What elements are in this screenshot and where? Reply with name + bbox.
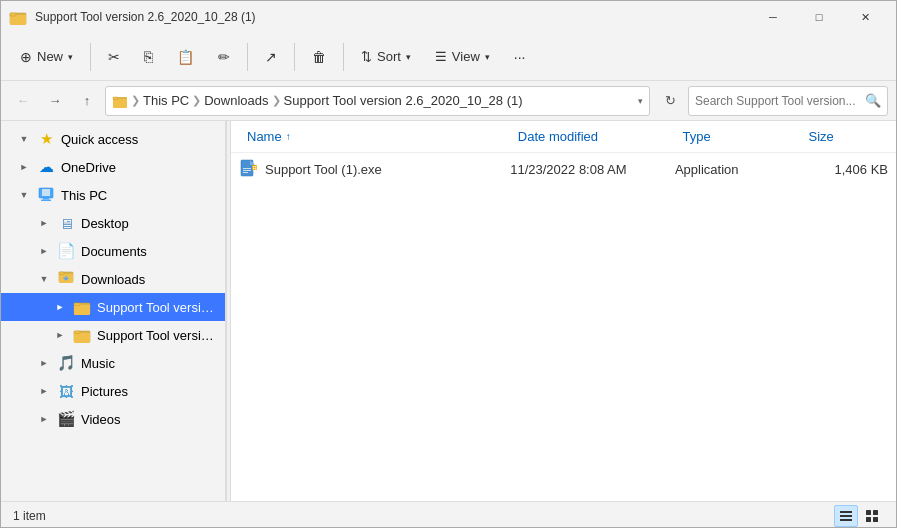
sidebar-item-st-folder-1[interactable]: ► Support Tool version 2.6_202 — [1, 293, 225, 321]
breadcrumb-arrow-2: ❯ — [192, 94, 201, 107]
view-toggle — [834, 505, 884, 527]
addressbar: ← → ↑ ❯ This PC ❯ Downloads ❯ Support To… — [1, 81, 896, 121]
sidebar-item-onedrive[interactable]: ► ☁ OneDrive — [1, 153, 225, 181]
expand-arrow-downloads: ▼ — [37, 274, 51, 284]
toolbar: ⊕ New ▾ ✂ ⎘ 📋 ✏ ↗ 🗑 ⇅ Sort ▾ ☰ View ▾ ··… — [1, 33, 896, 81]
paste-button[interactable]: 📋 — [166, 39, 205, 75]
svg-rect-22 — [253, 168, 255, 170]
file-name-cell: Support Tool (1).exe — [239, 159, 510, 179]
content-body: Support Tool (1).exe 11/23/2022 8:08 AM … — [231, 153, 896, 501]
sort-button[interactable]: ⇅ Sort ▾ — [350, 39, 422, 75]
sidebar-label-pictures: Pictures — [81, 384, 128, 399]
sidebar-label-desktop: Desktop — [81, 216, 129, 231]
more-button[interactable]: ··· — [503, 39, 537, 75]
svg-rect-6 — [42, 189, 50, 196]
up-button[interactable]: ↑ — [73, 87, 101, 115]
statusbar: 1 item — [1, 501, 896, 528]
svg-rect-27 — [866, 510, 871, 515]
column-header-name[interactable]: Name ↑ — [239, 125, 510, 148]
st-folder-2-icon — [73, 326, 91, 344]
large-icons-view-icon — [865, 509, 879, 523]
forward-button[interactable]: → — [41, 87, 69, 115]
toolbar-separator-2 — [247, 43, 248, 71]
st-folder-1-icon — [73, 298, 91, 316]
column-header-date[interactable]: Date modified — [510, 125, 675, 148]
cut-button[interactable]: ✂ — [97, 39, 131, 75]
breadcrumb-current[interactable]: Support Tool version 2.6_2020_10_28 (1) — [284, 93, 523, 108]
svg-rect-25 — [840, 515, 852, 517]
new-label: New — [37, 49, 63, 64]
sidebar-item-this-pc[interactable]: ▼ This PC — [1, 181, 225, 209]
svg-rect-12 — [74, 303, 80, 306]
file-date-cell: 11/23/2022 8:08 AM — [510, 162, 675, 177]
breadcrumb-downloads[interactable]: Downloads — [204, 93, 268, 108]
table-row[interactable]: Support Tool (1).exe 11/23/2022 8:08 AM … — [231, 153, 896, 185]
column-header-type[interactable]: Type — [675, 125, 801, 148]
sidebar-item-music[interactable]: ► 🎵 Music — [1, 349, 225, 377]
videos-icon: 🎬 — [57, 410, 75, 428]
expand-arrow-pictures: ► — [37, 386, 51, 396]
column-name-label: Name — [247, 129, 282, 144]
sidebar-item-quick-access[interactable]: ▼ ★ Quick access — [1, 125, 225, 153]
desktop-icon: 🖥 — [57, 214, 75, 232]
quick-access-icon: ★ — [37, 130, 55, 148]
sidebar-item-downloads[interactable]: ▼ Downloads — [1, 265, 225, 293]
svg-rect-23 — [255, 168, 257, 170]
svg-rect-10 — [59, 272, 64, 275]
file-type-cell: Application — [675, 162, 801, 177]
svg-rect-8 — [41, 200, 51, 202]
sidebar-item-videos[interactable]: ► 🎬 Videos — [1, 405, 225, 433]
copy-button[interactable]: ⎘ — [133, 39, 164, 75]
sidebar-item-st-folder-2[interactable]: ► Support Tool version 2.6_202 — [1, 321, 225, 349]
svg-rect-28 — [873, 510, 878, 515]
titlebar-icon — [9, 8, 27, 26]
minimize-button[interactable]: ─ — [750, 1, 796, 33]
maximize-button[interactable]: □ — [796, 1, 842, 33]
delete-button[interactable]: 🗑 — [301, 39, 337, 75]
details-view-button[interactable] — [834, 505, 858, 527]
view-button[interactable]: ☰ View ▾ — [424, 39, 501, 75]
breadcrumb-arrow-1: ❯ — [131, 94, 140, 107]
new-button[interactable]: ⊕ New ▾ — [9, 39, 84, 75]
onedrive-icon: ☁ — [37, 158, 55, 176]
sort-arrow-name: ↑ — [286, 131, 291, 142]
svg-rect-30 — [873, 517, 878, 522]
downloads-icon — [57, 270, 75, 288]
sidebar-item-pictures[interactable]: ► 🖼 Pictures — [1, 377, 225, 405]
close-button[interactable]: ✕ — [842, 1, 888, 33]
sidebar-label-music: Music — [81, 356, 115, 371]
file-size-cell: 1,406 KB — [801, 162, 888, 177]
sort-arrow-icon: ▾ — [406, 52, 411, 62]
breadcrumb[interactable]: ❯ This PC ❯ Downloads ❯ Support Tool ver… — [105, 86, 650, 116]
sidebar-item-documents[interactable]: ► 📄 Documents — [1, 237, 225, 265]
expand-arrow-quick-access: ▼ — [17, 134, 31, 144]
svg-rect-14 — [74, 331, 80, 334]
column-header-size[interactable]: Size — [801, 125, 888, 148]
svg-rect-18 — [243, 172, 248, 173]
rename-button[interactable]: ✏ — [207, 39, 241, 75]
documents-icon: 📄 — [57, 242, 75, 260]
sidebar-label-st-folder-1: Support Tool version 2.6_202 — [97, 300, 217, 315]
status-count: 1 item — [13, 509, 46, 523]
share-button[interactable]: ↗ — [254, 39, 288, 75]
large-icons-view-button[interactable] — [860, 505, 884, 527]
svg-rect-21 — [255, 166, 257, 168]
file-name: Support Tool (1).exe — [265, 162, 382, 177]
window-controls: ─ □ ✕ — [750, 1, 888, 33]
refresh-button[interactable]: ↻ — [656, 87, 684, 115]
breadcrumb-dropdown-icon: ▾ — [638, 96, 643, 106]
sidebar-label-st-folder-2: Support Tool version 2.6_202 — [97, 328, 217, 343]
delete-icon: 🗑 — [312, 49, 326, 65]
new-arrow-icon: ▾ — [68, 52, 73, 62]
breadcrumb-thispc[interactable]: This PC — [143, 93, 189, 108]
expand-arrow-music: ► — [37, 358, 51, 368]
column-size-label: Size — [809, 129, 834, 144]
sidebar-item-desktop[interactable]: ► 🖥 Desktop — [1, 209, 225, 237]
search-input[interactable] — [695, 94, 861, 108]
svg-rect-2 — [10, 13, 16, 16]
search-bar[interactable]: 🔍 — [688, 86, 888, 116]
main-area: ▼ ★ Quick access ► ☁ OneDrive ▼ This PC … — [1, 121, 896, 501]
back-button[interactable]: ← — [9, 87, 37, 115]
expand-arrow-documents: ► — [37, 246, 51, 256]
expand-arrow-this-pc: ▼ — [17, 190, 31, 200]
